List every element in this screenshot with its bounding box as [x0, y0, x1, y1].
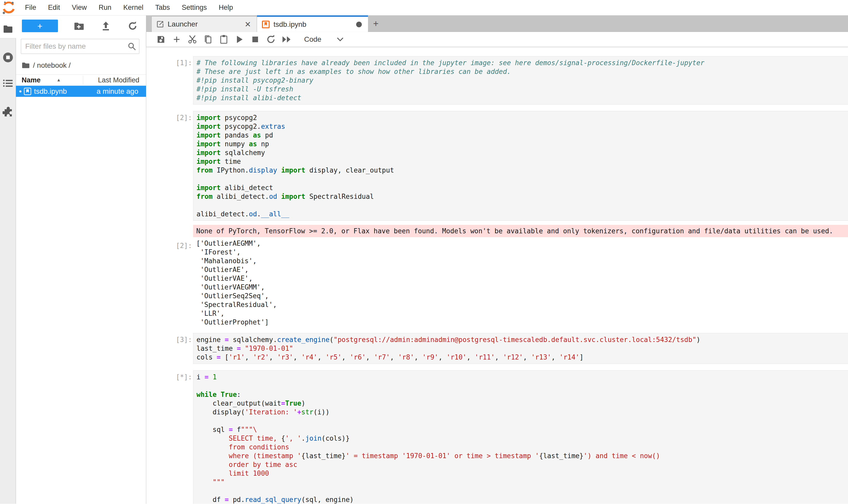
- jupyter-logo-icon: [2, 1, 15, 14]
- code-line: import time: [197, 157, 848, 166]
- output-line: 'LLR',: [196, 309, 848, 318]
- cell-editor[interactable]: # The following libraries have already b…: [193, 56, 848, 105]
- file-browser-folder-icon[interactable]: [0, 20, 16, 38]
- code-line: SELECT time, {', '.join(cols)}: [197, 434, 848, 443]
- code-line: clear_output(wait=True): [197, 399, 848, 408]
- launcher-icon: [156, 20, 164, 28]
- code-line: [197, 486, 848, 495]
- new-folder-icon[interactable]: [73, 20, 85, 32]
- output-line: ['OutlierAEGMM',: [196, 239, 848, 248]
- cell-input-prompt: [1]:: [176, 56, 193, 105]
- code-cell: [3]:engine = sqlalchemy.create_engine("p…: [146, 333, 848, 364]
- tab-label: Launcher: [168, 20, 198, 28]
- file-last-modified: a minute ago: [96, 87, 146, 95]
- output-line: 'IForest',: [196, 248, 848, 256]
- new-tab-button[interactable]: +: [368, 15, 384, 32]
- restart-kernel-icon[interactable]: [266, 34, 276, 44]
- cell-editor[interactable]: import psycopg2import psycopg2.extrasimp…: [193, 111, 848, 221]
- cell-editor[interactable]: i = 1 while True: clear_output(wait=True…: [193, 370, 848, 504]
- restart-run-all-icon[interactable]: [282, 34, 291, 44]
- menu-file[interactable]: File: [19, 0, 42, 15]
- notebook-cells-area: [1]:# The following libraries have alrea…: [146, 47, 848, 504]
- code-line: last_time = "1970-01-01": [197, 344, 848, 353]
- code-line: df = pd.read_sql_query(sql, engine): [197, 495, 848, 504]
- cell-output-row: [2]:['OutlierAEGMM', 'IForest', 'Mahalan…: [146, 239, 848, 327]
- menu-kernel[interactable]: Kernel: [118, 0, 149, 15]
- column-header-last-modified[interactable]: Last Modified: [98, 76, 146, 84]
- code-line: where (timestamp '{last_time}' = timesta…: [197, 451, 848, 460]
- new-launcher-button[interactable]: +: [22, 20, 58, 32]
- breadcrumb[interactable]: / notebook /: [16, 54, 146, 71]
- code-line: [197, 381, 848, 390]
- search-icon: [127, 42, 136, 51]
- code-line: import pandas as pd: [197, 131, 848, 140]
- code-line: order by time asc: [197, 460, 848, 469]
- code-line: alibi_detect.od.__all__: [197, 210, 848, 218]
- cell-output-prompt: [176, 225, 193, 237]
- tab-label: tsdb.ipynb: [273, 20, 306, 29]
- running-kernels-icon[interactable]: [0, 49, 16, 67]
- menu-run[interactable]: Run: [93, 0, 118, 15]
- output-line: 'OutlierVAEGMM',: [196, 283, 848, 291]
- cell-input-row: [*]:i = 1 while True: clear_output(wait=…: [146, 370, 848, 504]
- sort-ascending-icon[interactable]: ▲: [57, 77, 61, 83]
- unsaved-changes-dot: •: [17, 87, 24, 96]
- menu-edit[interactable]: Edit: [42, 0, 66, 15]
- table-of-contents-icon[interactable]: [0, 74, 16, 92]
- menu-tabs[interactable]: Tabs: [149, 0, 176, 15]
- code-line: #!pip install alibi-detect: [197, 93, 848, 102]
- tab-bar: Launcher ✕ tsdb.ipynb +: [146, 15, 848, 32]
- menubar: FileEditViewRunKernelTabsSettingsHelp: [0, 0, 848, 15]
- extension-manager-puzzle-icon[interactable]: [0, 103, 16, 121]
- code-line: while True:: [197, 390, 848, 399]
- cell-input-row: [1]:# The following libraries have alrea…: [146, 56, 848, 105]
- cut-cells-icon[interactable]: [187, 34, 197, 44]
- notebook-file-icon: [24, 88, 32, 95]
- code-line: import sqlalchemy: [197, 148, 848, 157]
- code-line: display('Iteration: '+str(i)): [197, 408, 848, 416]
- output-line: 'SpectralResidual',: [196, 300, 848, 309]
- output-line: 'OutlierProphet']: [196, 318, 848, 327]
- file-row-tsdb-ipynb[interactable]: • tsdb.ipynb a minute ago: [16, 86, 146, 97]
- close-tab-icon[interactable]: ✕: [243, 20, 252, 29]
- cell-type-value: Code: [304, 35, 321, 43]
- code-line: cols = ['r1', 'r2', 'r3', 'r4', 'r5', 'r…: [197, 353, 848, 362]
- run-cell-icon[interactable]: [235, 34, 245, 44]
- upload-icon[interactable]: [100, 20, 111, 32]
- code-line: from alibi_detect.od import SpectralResi…: [197, 192, 848, 201]
- cell-output-row: None of PyTorch, TensorFlow >= 2.0, or F…: [146, 225, 848, 237]
- cell-input-prompt: [3]:: [176, 333, 193, 364]
- unsaved-changes-indicator[interactable]: [356, 22, 362, 27]
- cell-input-prompt: [2]:: [176, 111, 193, 221]
- save-icon[interactable]: [156, 34, 166, 44]
- cell-editor[interactable]: engine = sqlalchemy.create_engine("postg…: [193, 333, 848, 364]
- refresh-icon[interactable]: [127, 20, 138, 32]
- cell-type-select[interactable]: Code: [304, 35, 344, 43]
- file-browser-panel: +: [16, 15, 146, 504]
- interrupt-kernel-icon[interactable]: [250, 34, 260, 44]
- column-header-name[interactable]: Name: [16, 76, 41, 84]
- code-line: # These are just left in as examples to …: [197, 67, 848, 76]
- menu-help[interactable]: Help: [213, 0, 239, 15]
- tab-launcher[interactable]: Launcher ✕: [151, 16, 257, 32]
- code-line: [197, 201, 848, 210]
- output-line: 'Mahalanobis',: [196, 256, 848, 265]
- code-line: import alibi_detect: [197, 183, 848, 192]
- paste-cells-icon[interactable]: [219, 34, 229, 44]
- column-divider: [83, 76, 83, 85]
- execute-result: ['OutlierAEGMM', 'IForest', 'Mahalanobis…: [193, 239, 848, 327]
- code-line: #!pip install -U tsfresh: [197, 85, 848, 93]
- file-name: tsdb.ipynb: [34, 87, 67, 95]
- cell-input-row: [2]:import psycopg2import psycopg2.extra…: [146, 111, 848, 221]
- menu-settings[interactable]: Settings: [176, 0, 213, 15]
- code-line: limit 1000: [197, 469, 848, 478]
- add-cell-icon[interactable]: [172, 34, 182, 44]
- cell-output-prompt: [2]:: [176, 239, 193, 327]
- filter-files-input[interactable]: [21, 39, 139, 54]
- menu-view[interactable]: View: [66, 0, 93, 15]
- copy-cells-icon[interactable]: [203, 34, 213, 44]
- tab-tsdb-ipynb[interactable]: tsdb.ipynb: [257, 15, 368, 32]
- home-folder-icon: [22, 62, 30, 69]
- main-dock-panel: Launcher ✕ tsdb.ipynb +: [146, 15, 848, 504]
- code-line: """: [197, 478, 848, 486]
